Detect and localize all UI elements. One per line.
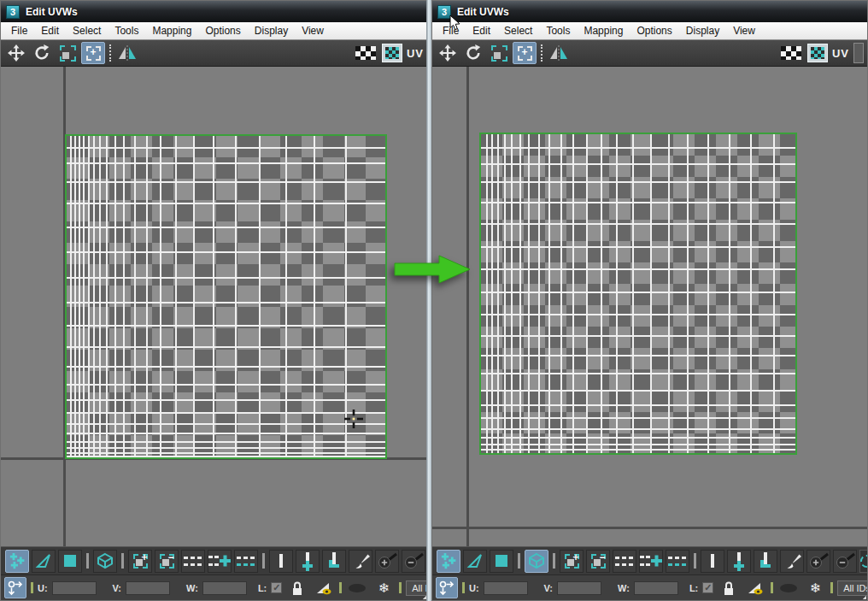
brush-shrink-button[interactable] [833, 550, 857, 573]
filter-selected-faces-button[interactable] [313, 577, 335, 598]
menu-item-options[interactable]: Options [198, 23, 247, 38]
uv-editor-canvas[interactable] [432, 67, 867, 546]
show-map-button[interactable] [382, 44, 402, 62]
title-bar[interactable]: 3 Edit UVWs [1, 1, 427, 22]
face-mode-button[interactable] [490, 550, 513, 573]
rotate-button[interactable] [461, 42, 485, 64]
menu-item-display[interactable]: Display [679, 23, 726, 38]
brush-shrink-button[interactable] [402, 550, 425, 573]
menu-item-select[interactable]: Select [497, 23, 539, 38]
shrink-selection-button[interactable]: − [586, 550, 610, 573]
edge-mode-button[interactable] [463, 550, 487, 573]
v-input[interactable] [126, 581, 170, 595]
grow-loop-button[interactable] [208, 550, 232, 573]
paint-move-corner-button[interactable] [322, 550, 346, 573]
menu-item-view[interactable]: View [726, 23, 762, 38]
scale-button[interactable] [56, 42, 79, 64]
uv-wire-line-horizontal [67, 412, 385, 414]
w-input[interactable] [634, 581, 678, 595]
soft-selection-brush-button[interactable] [859, 550, 868, 573]
hide-button[interactable] [346, 577, 368, 598]
edge-loop-button[interactable] [234, 550, 258, 573]
absolute-mode-button[interactable] [436, 577, 458, 598]
face-icon [496, 555, 507, 567]
paint-select-button[interactable] [780, 550, 804, 573]
checker-pattern-button[interactable] [354, 42, 378, 64]
lock-selection-button[interactable] [286, 577, 308, 598]
title-bar[interactable]: 3 Edit UVWs [432, 1, 867, 22]
uv-wire-line-vertical [70, 136, 72, 457]
u-input[interactable] [484, 581, 528, 595]
vertex-mode-button[interactable] [5, 550, 29, 573]
move-button[interactable] [4, 42, 28, 64]
material-id-dropdown[interactable]: All IDs [406, 580, 428, 596]
brush-grow-button[interactable] [375, 550, 399, 573]
show-map-button[interactable] [807, 44, 828, 62]
menu-item-file[interactable]: File [4, 23, 34, 38]
filter-selected-faces-button[interactable] [744, 577, 766, 598]
hide-button[interactable] [777, 577, 800, 598]
brush-minus-icon [403, 552, 425, 569]
paint-move-plus-button[interactable] [727, 550, 751, 573]
absolute-mode-button[interactable] [4, 577, 26, 598]
menu-item-display[interactable]: Display [248, 23, 295, 38]
material-id-dropdown[interactable]: All IDs [837, 580, 868, 596]
align-bar-button[interactable] [701, 550, 724, 573]
menu-item-select[interactable]: Select [66, 23, 108, 38]
freeze-button[interactable]: ❄ [372, 577, 395, 598]
freeze-button[interactable]: ❄ [804, 577, 826, 598]
element-mode-button[interactable] [93, 550, 117, 573]
menu-item-edit[interactable]: Edit [466, 23, 497, 38]
element-mode-button[interactable] [525, 550, 548, 573]
uv-space-label[interactable]: UV [407, 47, 424, 60]
edge-mode-button[interactable] [32, 550, 56, 573]
paint-select-button[interactable] [349, 550, 372, 573]
checker-pattern-button[interactable] [779, 42, 803, 64]
uv-editor-canvas[interactable] [1, 67, 427, 546]
menu-item-view[interactable]: View [295, 23, 331, 38]
menu-item-tools[interactable]: Tools [108, 23, 145, 38]
menu-item-options[interactable]: Options [630, 23, 678, 38]
uv-space-label[interactable]: UV [832, 47, 849, 60]
mirror-button[interactable] [547, 42, 571, 64]
scale-button[interactable] [487, 42, 511, 64]
v-input[interactable] [557, 581, 601, 595]
move-button[interactable] [436, 42, 460, 64]
uv-wire-line-horizontal [67, 366, 385, 368]
w-input[interactable] [202, 581, 247, 595]
rotate-button[interactable] [30, 42, 54, 64]
edge-ring-button[interactable] [181, 550, 205, 573]
mirror-button[interactable] [115, 42, 139, 64]
edge-loop-button[interactable] [666, 550, 689, 573]
brush-grow-button[interactable] [806, 550, 830, 573]
u-input[interactable] [52, 581, 97, 595]
paint-move-plus-button[interactable] [296, 550, 320, 573]
u-label: U: [38, 583, 48, 593]
menu-item-tools[interactable]: Tools [539, 23, 577, 38]
align-bar-button[interactable] [269, 550, 293, 573]
uv-wire-line-vertical [79, 136, 80, 457]
grow-selection-button[interactable]: + [560, 550, 584, 573]
freeform-icon: + [518, 46, 532, 61]
edge-ring-button[interactable] [613, 550, 636, 573]
clipped-toolbar-button[interactable] [853, 43, 864, 63]
grow-loop-button[interactable] [639, 550, 663, 573]
shrink-selection-button[interactable]: − [155, 550, 179, 573]
face-mode-button[interactable] [58, 550, 82, 573]
uv-wire-line-vertical [235, 136, 237, 457]
grid-axis-horizontal [432, 527, 867, 529]
lock-aspect-checkbox[interactable]: ✓ [702, 582, 713, 593]
vertex-mode-button[interactable] [437, 550, 460, 573]
menu-item-edit[interactable]: Edit [34, 23, 66, 38]
paint-move-corner-button[interactable] [754, 550, 777, 573]
freeform-mode-button[interactable]: + [513, 42, 537, 64]
freeform-mode-button[interactable]: + [81, 42, 105, 64]
lock-selection-button[interactable] [718, 577, 740, 598]
checker-pattern-icon [781, 46, 801, 60]
menu-item-mapping[interactable]: Mapping [145, 23, 198, 38]
toolbar-separator [262, 553, 265, 569]
brush-plus-icon [377, 552, 398, 569]
menu-item-mapping[interactable]: Mapping [577, 23, 630, 38]
lock-aspect-checkbox[interactable]: ✓ [271, 582, 282, 593]
grow-selection-button[interactable]: + [128, 550, 152, 573]
